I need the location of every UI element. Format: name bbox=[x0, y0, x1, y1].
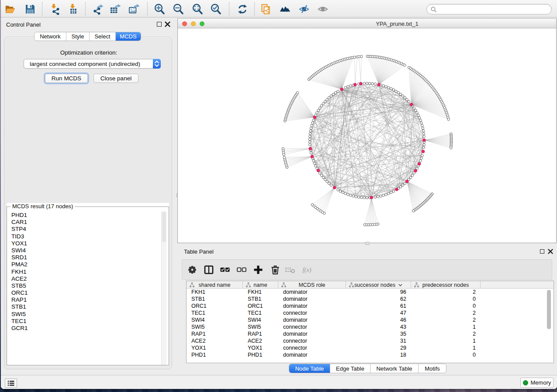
mcds-node-item[interactable]: YOX1 bbox=[11, 240, 160, 247]
cell-name[interactable]: SWI5 bbox=[243, 324, 278, 331]
table-row[interactable]: SWI5SWI5connector431 bbox=[187, 324, 554, 331]
deselect-all-icon[interactable] bbox=[236, 264, 247, 275]
graph-node[interactable] bbox=[311, 124, 313, 127]
graph-node[interactable] bbox=[421, 124, 424, 127]
share-document-icon[interactable] bbox=[260, 3, 272, 15]
graph-node[interactable] bbox=[360, 196, 363, 199]
table-settings-icon[interactable] bbox=[187, 264, 198, 275]
refresh-layout-icon[interactable] bbox=[236, 3, 248, 15]
graph-node[interactable] bbox=[337, 90, 339, 93]
mcds-node-item[interactable]: CAR1 bbox=[11, 219, 160, 226]
graph-node[interactable] bbox=[390, 87, 392, 90]
cell-shared_name[interactable]: PHD1 bbox=[187, 352, 243, 359]
graph-node[interactable] bbox=[380, 195, 382, 197]
graph-node[interactable] bbox=[349, 194, 352, 197]
cell-name[interactable]: ORC1 bbox=[243, 303, 278, 310]
graph-node[interactable] bbox=[310, 127, 312, 130]
cell-shared_name[interactable]: TEC1 bbox=[187, 310, 243, 317]
graph-node[interactable] bbox=[399, 93, 402, 96]
cell-successors[interactable]: 46 bbox=[346, 317, 411, 324]
cell-predecessors[interactable]: 1 bbox=[411, 345, 481, 352]
cell-role[interactable]: connector bbox=[278, 345, 346, 352]
cell-successors[interactable]: 62 bbox=[346, 296, 411, 303]
cell-shared_name[interactable]: ACE2 bbox=[187, 338, 243, 345]
column-header-name[interactable]: name bbox=[243, 281, 278, 289]
graph-node[interactable] bbox=[419, 160, 422, 162]
graph-node[interactable] bbox=[316, 112, 318, 114]
table-row[interactable]: SWI4SWI4dominator462 bbox=[187, 317, 554, 324]
graph-node[interactable] bbox=[347, 86, 349, 88]
column-header-predecessor-nodes[interactable]: predecessor nodes bbox=[411, 281, 481, 289]
graph-node[interactable] bbox=[409, 176, 412, 179]
graph-leaf-node[interactable] bbox=[363, 224, 366, 226]
graph-node[interactable] bbox=[416, 112, 419, 114]
graph-leaf-node[interactable] bbox=[450, 147, 453, 149]
cell-role[interactable]: dominator bbox=[278, 296, 346, 303]
graph-node[interactable] bbox=[342, 191, 344, 194]
graph-hub-node[interactable] bbox=[309, 147, 312, 150]
graph-node[interactable] bbox=[374, 196, 377, 199]
mcds-node-item[interactable]: FKH1 bbox=[11, 268, 160, 275]
cell-role[interactable]: dominator bbox=[278, 331, 346, 338]
show-all-icon[interactable] bbox=[317, 3, 329, 15]
network-view-titlebar[interactable]: YPA_prune.txt_1 bbox=[178, 19, 556, 28]
export-network-icon[interactable] bbox=[92, 3, 104, 15]
graph-hub-node[interactable] bbox=[423, 139, 426, 142]
cell-role[interactable]: connector bbox=[278, 324, 346, 331]
graph-node[interactable] bbox=[318, 107, 321, 110]
graph-node[interactable] bbox=[417, 114, 420, 117]
graph-node[interactable] bbox=[324, 178, 326, 181]
graph-node[interactable] bbox=[312, 119, 315, 122]
graph-node[interactable] bbox=[309, 144, 311, 146]
search-input[interactable] bbox=[426, 4, 552, 14]
mcds-node-item[interactable]: SWI4 bbox=[11, 247, 160, 254]
close-panel-icon[interactable] bbox=[165, 21, 170, 27]
graph-node[interactable] bbox=[422, 127, 424, 130]
graph-node[interactable] bbox=[332, 93, 335, 96]
graph-node[interactable] bbox=[349, 85, 352, 87]
graph-node[interactable] bbox=[344, 193, 347, 195]
cell-shared_name[interactable]: SWI5 bbox=[187, 324, 243, 331]
graph-leaf-node[interactable] bbox=[358, 55, 360, 58]
splitter-grip[interactable] bbox=[365, 242, 370, 245]
mcds-node-item[interactable]: SWI5 bbox=[11, 311, 160, 318]
column-header-shared-name[interactable]: shared name bbox=[187, 281, 243, 289]
mcds-node-item[interactable]: PHD1 bbox=[11, 212, 160, 219]
graph-leaf-node[interactable] bbox=[353, 56, 356, 58]
graph-node[interactable] bbox=[371, 83, 374, 85]
cell-successors[interactable]: 18 bbox=[346, 352, 411, 359]
graph-node[interactable] bbox=[422, 130, 425, 132]
task-history-button[interactable] bbox=[5, 378, 17, 388]
close-panel-button[interactable]: Close panel bbox=[93, 74, 138, 83]
graph-node[interactable] bbox=[411, 174, 414, 177]
graph-leaf-node[interactable] bbox=[283, 156, 286, 159]
network-canvas[interactable] bbox=[178, 29, 556, 243]
cell-name[interactable]: SWI4 bbox=[243, 317, 278, 324]
graph-leaf-node[interactable] bbox=[296, 92, 299, 94]
graph-hub-node[interactable] bbox=[410, 103, 413, 106]
graph-node[interactable] bbox=[422, 132, 425, 135]
graph-hub-node[interactable] bbox=[313, 116, 316, 119]
cell-name[interactable]: RAP1 bbox=[243, 331, 278, 338]
memory-button[interactable]: Memory bbox=[520, 378, 554, 388]
graph-leaf-node[interactable] bbox=[447, 118, 450, 121]
graph-node[interactable] bbox=[344, 86, 347, 89]
cell-successors[interactable]: 61 bbox=[346, 303, 411, 310]
graph-node[interactable] bbox=[382, 85, 385, 87]
graph-hub-node[interactable] bbox=[370, 196, 373, 199]
graph-node[interactable] bbox=[392, 89, 395, 91]
graph-node[interactable] bbox=[387, 193, 390, 195]
graph-node[interactable] bbox=[309, 132, 311, 135]
tab-edge-table[interactable]: Edge Table bbox=[330, 364, 370, 373]
mcds-node-item[interactable]: ORC1 bbox=[11, 289, 160, 296]
graph-node[interactable] bbox=[310, 152, 312, 155]
graph-node[interactable] bbox=[423, 144, 426, 146]
graph-hub-node[interactable] bbox=[395, 188, 398, 191]
graph-node[interactable] bbox=[385, 193, 387, 196]
cell-successors[interactable]: 43 bbox=[346, 324, 411, 331]
graph-node[interactable] bbox=[369, 82, 371, 85]
mcds-node-item[interactable]: GCR1 bbox=[11, 325, 160, 332]
graph-node[interactable] bbox=[387, 86, 390, 89]
window-minimize-icon[interactable] bbox=[191, 21, 196, 26]
graph-node[interactable] bbox=[322, 103, 325, 105]
